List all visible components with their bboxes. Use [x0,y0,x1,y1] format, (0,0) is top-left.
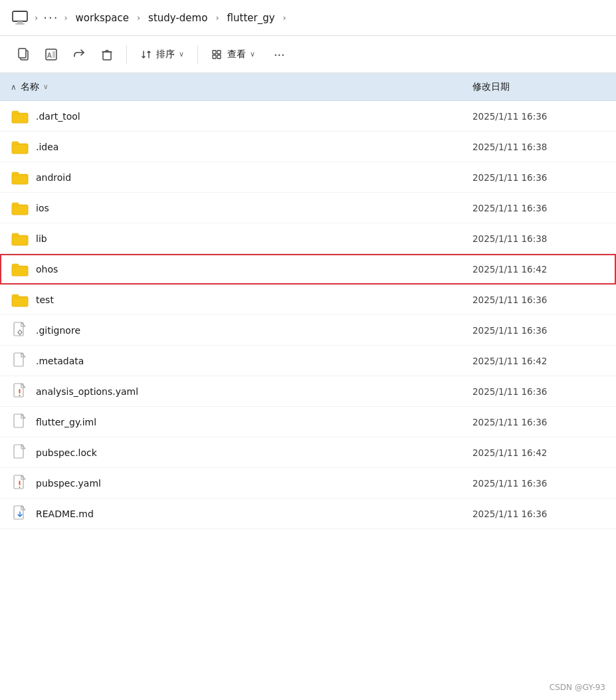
file-row[interactable]: lib2025/1/11 16:38 [0,223,616,254]
file-list: ∧ 名称 ∨ 修改日期 .dart_tool2025/1/11 16:36 .i… [0,73,616,529]
svg-rect-31 [14,445,23,458]
watermark: CSDN @GY-93 [550,683,605,692]
file-date: 2025/1/11 16:42 [472,356,605,366]
svg-rect-34 [19,487,21,488]
file-date: 2025/1/11 16:42 [472,264,605,275]
svg-rect-1 [17,21,23,23]
breadcrumb-chevron-4: › [215,13,219,23]
svg-rect-18 [12,267,28,276]
file-date: 2025/1/11 16:36 [472,111,605,122]
toolbar: A 排序 ∨ 查看 ∨ ··· [0,36,616,73]
sort-label: 排序 [156,49,175,60]
more-button[interactable]: ··· [267,43,292,66]
file-name: .gitignore [36,325,472,336]
breadcrumb-study-demo[interactable]: study-demo [146,11,210,25]
delete-button[interactable] [94,42,120,67]
folder-icon [11,107,29,126]
breadcrumb-ellipsis[interactable]: ··· [43,11,58,25]
folder-icon [11,168,29,187]
file-icon [11,474,29,493]
svg-rect-26 [14,353,23,366]
svg-rect-17 [12,236,28,245]
svg-rect-13 [12,114,28,123]
file-date: 2025/1/11 16:36 [472,294,605,305]
svg-rect-27 [14,384,23,397]
svg-rect-29 [19,395,21,396]
svg-rect-9 [213,51,216,54]
header-name-sort: ∨ [43,82,49,91]
svg-rect-32 [14,475,23,489]
titlebar: › ··· › workspace › study-demo › flutter… [0,0,616,36]
file-icon [11,321,29,340]
share-button[interactable] [66,42,92,67]
file-date: 2025/1/11 16:36 [472,325,605,336]
copy-button[interactable] [11,42,36,67]
file-name: ios [36,203,472,213]
file-date: 2025/1/11 16:36 [472,478,605,489]
file-name: pubspec.yaml [36,478,472,489]
svg-rect-16 [12,205,28,215]
file-row[interactable]: .idea2025/1/11 16:38 [0,132,616,162]
monitor-icon [11,9,29,27]
file-row[interactable]: README.md2025/1/11 16:36 [0,499,616,529]
svg-rect-4 [19,49,26,58]
header-date-label: 修改日期 [472,81,510,92]
svg-rect-30 [14,414,23,427]
svg-rect-11 [217,51,221,54]
folder-icon [11,138,29,156]
file-date: 2025/1/11 16:36 [472,203,605,213]
svg-rect-28 [19,389,21,394]
rename-button[interactable]: A [39,42,64,67]
file-name: android [36,172,472,183]
file-icon [11,443,29,462]
file-date: 2025/1/11 16:42 [472,447,605,458]
file-name: ohos [36,264,472,275]
file-row[interactable]: test2025/1/11 16:36 [0,285,616,315]
file-rows-container: .dart_tool2025/1/11 16:36 .idea2025/1/11… [0,101,616,529]
file-row[interactable]: .dart_tool2025/1/11 16:36 [0,101,616,132]
file-row[interactable]: ios2025/1/11 16:36 [0,193,616,223]
file-row[interactable]: pubspec.lock2025/1/11 16:42 [0,437,616,468]
file-date: 2025/1/11 16:36 [472,509,605,519]
sort-button[interactable]: 排序 ∨ [134,45,191,64]
svg-rect-8 [103,52,111,60]
breadcrumb-chevron-5: › [283,13,286,23]
file-icon [11,505,29,523]
svg-rect-33 [19,481,21,485]
file-name: lib [36,233,472,244]
file-icon [11,382,29,401]
breadcrumb-chevron-2: › [64,13,67,23]
file-icon [11,413,29,431]
file-name: flutter_gy.iml [36,417,472,427]
breadcrumb-chevron-3: › [137,13,140,23]
file-row[interactable]: analysis_options.yaml2025/1/11 16:36 [0,376,616,407]
file-name: pubspec.lock [36,447,472,458]
view-button[interactable]: 查看 ∨ [205,45,262,64]
svg-rect-7 [52,51,55,58]
file-list-header: ∧ 名称 ∨ 修改日期 [0,73,616,101]
file-name: analysis_options.yaml [36,386,472,397]
header-chevron-up: ∧ [11,82,17,92]
file-row[interactable]: .metadata2025/1/11 16:42 [0,346,616,376]
file-row[interactable]: .gitignore2025/1/11 16:36 [0,315,616,346]
file-row[interactable]: ohos2025/1/11 16:42 [0,254,616,285]
svg-rect-35 [14,506,23,519]
file-name: .metadata [36,356,472,366]
breadcrumb-workspace[interactable]: workspace [73,11,132,25]
file-name: test [36,294,472,305]
file-row[interactable]: flutter_gy.iml2025/1/11 16:36 [0,407,616,437]
breadcrumb-chevron-1: › [35,13,38,23]
file-icon [11,352,29,370]
toolbar-separator-1 [126,45,127,64]
svg-rect-14 [12,144,28,154]
folder-icon [11,291,29,309]
file-date: 2025/1/11 16:36 [472,386,605,397]
folder-icon [11,260,29,279]
file-date: 2025/1/11 16:36 [472,417,605,427]
svg-rect-10 [213,55,216,58]
file-name: .dart_tool [36,111,472,122]
file-row[interactable]: android2025/1/11 16:36 [0,162,616,193]
breadcrumb-flutter-gy[interactable]: flutter_gy [225,11,278,25]
toolbar-separator-2 [197,45,198,64]
file-row[interactable]: pubspec.yaml2025/1/11 16:36 [0,468,616,499]
